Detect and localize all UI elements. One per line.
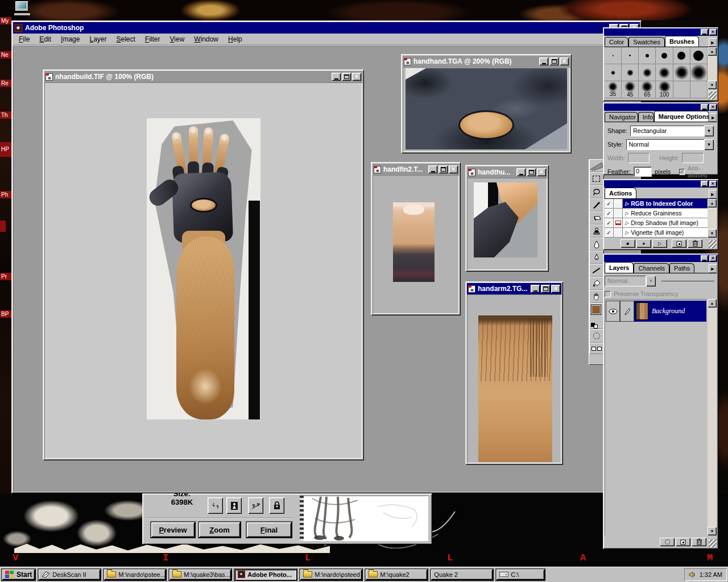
action-dialog-toggle[interactable] bbox=[614, 228, 623, 237]
document-titlebar[interactable]: handfin2.T... × bbox=[373, 164, 459, 175]
layer-name-area[interactable]: Background bbox=[634, 301, 706, 322]
brush-swatch[interactable]: 35 bbox=[605, 81, 622, 98]
palette-titlebar[interactable]: × bbox=[604, 103, 717, 111]
menu-edit[interactable]: Edit bbox=[39, 35, 51, 43]
palette-menu-icon[interactable]: ► bbox=[709, 190, 717, 198]
deskscan-window[interactable]: Size: 6398K Preview Zoom Final bbox=[142, 493, 432, 544]
minimize-button[interactable] bbox=[428, 165, 437, 173]
menu-select[interactable]: Select bbox=[116, 35, 135, 43]
desktop-icon-label[interactable]: HP bbox=[0, 142, 11, 157]
action-row[interactable]: ✓ ▷Reduce Graininess bbox=[605, 209, 708, 218]
new-action-icon[interactable] bbox=[672, 239, 686, 248]
close-icon[interactable]: × bbox=[537, 168, 546, 176]
action-row[interactable]: ✓ ▷RGB to Indexed Color bbox=[605, 199, 708, 209]
hand-tool-icon[interactable] bbox=[589, 290, 603, 303]
maximize-button[interactable] bbox=[439, 165, 448, 173]
maximize-button[interactable] bbox=[541, 285, 550, 293]
document-window-handthu[interactable]: handthu... × bbox=[465, 165, 549, 272]
brush-swatch[interactable] bbox=[639, 64, 656, 81]
document-titlebar[interactable]: handthu... × bbox=[467, 167, 547, 178]
minimize-button[interactable] bbox=[701, 181, 708, 187]
trash-icon[interactable] bbox=[688, 239, 702, 248]
line-tool-icon[interactable] bbox=[589, 264, 603, 277]
tab-info[interactable]: Info bbox=[638, 112, 654, 122]
palette-menu-icon[interactable]: ► bbox=[709, 264, 717, 273]
taskbar-item-cdrive[interactable]: C:\ bbox=[495, 568, 545, 581]
menu-layer[interactable]: Layer bbox=[89, 35, 106, 43]
final-button[interactable]: Final bbox=[246, 521, 292, 538]
desktop-icon-label[interactable]: Th bbox=[0, 111, 11, 119]
marquee-tool-icon[interactable] bbox=[589, 172, 603, 185]
brush-swatch[interactable] bbox=[673, 64, 690, 81]
tab-actions[interactable]: Actions bbox=[605, 188, 636, 198]
close-icon[interactable]: × bbox=[709, 181, 717, 187]
expander-icon[interactable]: ▷ bbox=[625, 201, 628, 206]
taskbar-item-folder-4[interactable]: M:\quake2 bbox=[365, 568, 428, 581]
close-icon[interactable]: × bbox=[709, 255, 717, 261]
tab-swatches[interactable]: Swatches bbox=[628, 37, 665, 47]
tab-layers[interactable]: Layers bbox=[605, 262, 634, 273]
taskbar-item-photoshop[interactable]: Adobe Photo... bbox=[234, 568, 297, 581]
document-window-handfin2[interactable]: handfin2.T... × bbox=[371, 162, 461, 315]
desktop-icon-label[interactable]: My bbox=[0, 17, 11, 24]
close-icon[interactable]: × bbox=[560, 57, 569, 65]
start-button[interactable]: Start bbox=[1, 568, 36, 581]
minimize-button[interactable] bbox=[516, 168, 526, 176]
new-layer-icon[interactable] bbox=[676, 538, 690, 546]
tab-brushes[interactable]: Brushes bbox=[665, 36, 699, 47]
palette-menu-icon[interactable]: ► bbox=[709, 38, 717, 47]
minimize-button[interactable] bbox=[531, 285, 540, 293]
taskbar-item-folder-1[interactable]: M:\nardo\pstee... bbox=[103, 568, 167, 581]
brush-swatch[interactable] bbox=[605, 47, 622, 64]
palette-titlebar[interactable]: × bbox=[604, 255, 717, 262]
brush-swatch[interactable]: 100 bbox=[656, 81, 673, 98]
taskbar-item-folder-2[interactable]: M:\quake3\bas... bbox=[168, 568, 232, 581]
brush-swatch[interactable] bbox=[605, 64, 622, 81]
maximize-button[interactable] bbox=[527, 168, 536, 176]
brush-swatch[interactable] bbox=[622, 64, 639, 81]
scroll-up-icon[interactable]: ▲ bbox=[708, 299, 717, 307]
minimize-button[interactable] bbox=[701, 29, 708, 35]
tab-marquee-options[interactable]: Marquee Options bbox=[654, 111, 710, 122]
brush-swatch[interactable] bbox=[622, 47, 639, 64]
color-swatches[interactable] bbox=[589, 303, 603, 329]
brush-swatch[interactable] bbox=[639, 47, 656, 64]
menu-filter[interactable]: Filter bbox=[145, 35, 160, 43]
resize-grip[interactable] bbox=[709, 92, 717, 99]
style-dropdown[interactable]: Normal ▼ bbox=[626, 139, 714, 150]
brush-swatch[interactable] bbox=[690, 47, 708, 64]
trash-icon[interactable] bbox=[692, 538, 706, 546]
document-window-nhandbuild[interactable]: nhandbuild.TIF @ 100% (RGB) × bbox=[43, 69, 364, 460]
action-dialog-toggle[interactable] bbox=[614, 209, 623, 218]
action-dialog-toggle[interactable] bbox=[614, 199, 623, 208]
scroll-down-icon[interactable]: ▼ bbox=[708, 527, 717, 535]
desktop-icon-label[interactable]: Pr bbox=[0, 273, 11, 280]
expander-icon[interactable]: ▷ bbox=[625, 221, 628, 226]
minimize-button[interactable] bbox=[332, 73, 341, 81]
paint-bucket-tool-icon[interactable] bbox=[589, 277, 603, 290]
maximize-button[interactable] bbox=[549, 57, 559, 65]
menu-window[interactable]: Window bbox=[194, 35, 218, 43]
zoom-button[interactable]: Zoom bbox=[198, 521, 241, 538]
tab-color[interactable]: Color bbox=[605, 37, 628, 47]
brush-swatch[interactable] bbox=[656, 64, 673, 81]
chevron-down-icon[interactable]: ▼ bbox=[704, 126, 714, 136]
foreground-color-swatch[interactable] bbox=[591, 305, 601, 315]
document-window-handarm2[interactable]: handarm2.TG... × bbox=[465, 281, 563, 465]
brush-swatch[interactable] bbox=[656, 47, 673, 64]
document-titlebar-active[interactable]: handarm2.TG... × bbox=[467, 283, 561, 294]
expander-icon[interactable]: ▷ bbox=[625, 230, 628, 235]
close-icon[interactable]: × bbox=[449, 165, 458, 173]
scrollbar[interactable]: ▲ ▼ bbox=[708, 199, 717, 238]
menu-file[interactable]: File bbox=[19, 35, 30, 43]
blur-tool-icon[interactable] bbox=[589, 238, 603, 251]
taskbar-item-folder-3[interactable]: M:\nardo\psteed bbox=[299, 568, 363, 581]
brush-swatch[interactable]: 65 bbox=[639, 81, 656, 98]
maximize-button[interactable] bbox=[342, 73, 351, 81]
quick-mask-icon[interactable] bbox=[589, 329, 603, 343]
menu-help[interactable]: Help bbox=[228, 35, 242, 43]
close-icon[interactable]: × bbox=[551, 285, 560, 293]
exposure-tool-button[interactable] bbox=[248, 497, 263, 514]
rubber-stamp-tool-icon[interactable] bbox=[589, 225, 603, 238]
scrollbar[interactable]: ▲ ▼ bbox=[708, 299, 717, 535]
